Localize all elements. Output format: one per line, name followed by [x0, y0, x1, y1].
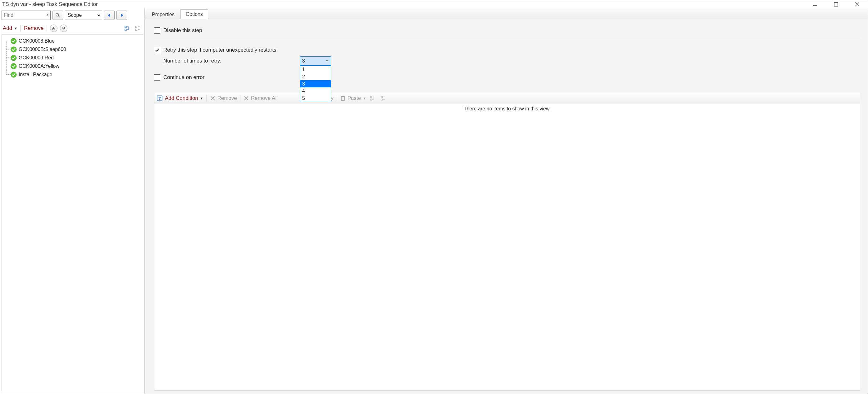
chevron-down-icon	[97, 13, 101, 17]
svg-rect-7	[125, 29, 126, 30]
remove-all-button[interactable]: Remove All	[244, 95, 278, 102]
divider	[154, 39, 860, 39]
options-pane: Disable this step Retry this step if com…	[145, 19, 868, 394]
tab-properties[interactable]: Properties	[147, 10, 180, 19]
close-button[interactable]	[851, 1, 863, 7]
svg-rect-28	[381, 98, 382, 100]
window-title: TS dyn var - sleep Task Sequence Editor	[2, 1, 809, 7]
separator	[207, 95, 207, 102]
retry-count-row: Number of times to retry: 3 1 2 3 4 5	[154, 55, 860, 66]
paste-icon	[340, 95, 346, 101]
clear-find-icon[interactable]: x	[46, 12, 49, 17]
minimize-button[interactable]	[809, 1, 820, 7]
tree-toolbar: Add ▼ Remove	[2, 21, 143, 33]
add-label: Add	[3, 25, 12, 31]
separator	[21, 25, 21, 32]
right-pane: Properties Options Disable this step Ret…	[145, 8, 868, 394]
paste-label: Paste	[347, 95, 361, 102]
retry-option[interactable]: 5	[300, 94, 331, 102]
remove-label: Remove	[24, 25, 43, 31]
svg-rect-24	[342, 96, 344, 97]
tree-item-label: GCK0000A:Yellow	[19, 63, 59, 69]
move-down-button[interactable]	[60, 25, 67, 32]
conditions-list[interactable]: There are no items to show in this view.	[154, 104, 860, 391]
remove-step-button[interactable]: Remove	[24, 25, 43, 31]
move-up-button[interactable]	[50, 25, 58, 32]
separator	[46, 25, 47, 32]
help-icon[interactable]: ?	[157, 95, 162, 101]
titlebar: TS dyn var - sleep Task Sequence Editor	[0, 0, 868, 8]
chevron-down-icon: ▼	[200, 96, 204, 100]
collapse-tree-icon[interactable]	[134, 24, 142, 32]
svg-rect-27	[381, 96, 382, 97]
add-condition-button[interactable]: Add Condition ▼	[165, 95, 204, 102]
find-input[interactable]	[2, 11, 50, 20]
retry-label: Retry this step if computer unexpectedly…	[163, 47, 276, 53]
retry-option[interactable]: 4	[300, 87, 331, 94]
chevron-down-icon	[325, 58, 329, 64]
retry-checkbox[interactable]	[154, 47, 160, 53]
remove-condition-button[interactable]: Remove	[210, 95, 237, 102]
continue-checkbox[interactable]	[154, 74, 160, 81]
paste-button[interactable]: Paste ▼	[340, 95, 366, 102]
tree-item-label: GCK00009:Red	[19, 55, 54, 61]
separator	[240, 95, 240, 102]
delete-icon	[210, 95, 216, 101]
maximize-button[interactable]	[830, 1, 842, 7]
scope-dropdown[interactable]: Scope	[65, 10, 102, 20]
step-tree[interactable]: GCK00008:Blue GCK0000B:Sleep600 GCK00009…	[2, 34, 143, 391]
collapse-conditions-icon[interactable]	[379, 94, 387, 102]
tree-item[interactable]: GCK00008:Blue	[2, 37, 142, 45]
add-condition-label: Add Condition	[165, 95, 198, 102]
delete-icon	[244, 95, 249, 101]
success-icon	[10, 38, 17, 44]
svg-line-5	[58, 16, 60, 18]
svg-rect-6	[125, 26, 126, 28]
add-step-button[interactable]: Add ▼	[3, 25, 18, 31]
tab-options[interactable]: Options	[180, 9, 208, 19]
svg-point-4	[56, 13, 59, 16]
retry-count-dropdown[interactable]: 3 1 2 3 4 5	[300, 56, 331, 66]
retry-count-value: 3	[302, 58, 305, 64]
task-sequence-editor-window: TS dyn var - sleep Task Sequence Editor …	[0, 0, 868, 394]
disable-step-label: Disable this step	[163, 27, 202, 34]
tree-item-label: GCK0000B:Sleep600	[19, 47, 66, 52]
success-icon	[10, 46, 17, 53]
svg-rect-8	[135, 26, 137, 28]
search-button[interactable]	[53, 10, 63, 20]
chevron-down-icon: ▼	[363, 96, 366, 100]
continue-label: Continue on error	[163, 74, 204, 81]
expand-conditions-icon[interactable]	[369, 94, 377, 102]
tree-item-label: Install Package	[19, 72, 53, 78]
separator	[337, 95, 337, 102]
retry-option[interactable]: 1	[300, 66, 331, 73]
tree-item[interactable]: GCK00009:Red	[2, 54, 142, 62]
svg-rect-26	[371, 98, 372, 100]
svg-rect-23	[341, 96, 344, 101]
tree-item[interactable]: Install Package	[2, 70, 142, 79]
tree-item[interactable]: GCK0000B:Sleep600	[2, 45, 142, 54]
svg-rect-25	[371, 96, 372, 97]
retry-option[interactable]: 3	[300, 80, 331, 87]
continue-row: Continue on error	[154, 72, 860, 83]
remove-all-label: Remove All	[251, 95, 278, 102]
next-result-button[interactable]	[117, 10, 127, 20]
conditions-toolbar: ? Add Condition ▼ Remove Remove All	[154, 92, 860, 104]
empty-conditions-label: There are no items to show in this view.	[464, 106, 551, 112]
prev-result-button[interactable]	[104, 10, 115, 20]
tree-item-label: GCK00008:Blue	[19, 38, 55, 44]
scope-label: Scope	[68, 12, 82, 18]
find-toolbar: x Scope	[2, 10, 143, 21]
success-icon	[10, 63, 17, 69]
retry-option[interactable]: 2	[300, 73, 331, 80]
success-icon	[10, 55, 17, 61]
svg-rect-9	[135, 29, 137, 30]
retry-row: Retry this step if computer unexpectedly…	[154, 45, 860, 55]
left-pane: x Scope Add ▼	[0, 8, 145, 394]
tree-item[interactable]: GCK0000A:Yellow	[2, 62, 142, 70]
expand-tree-icon[interactable]	[123, 24, 131, 32]
tab-bar: Properties Options	[145, 8, 868, 19]
disable-step-checkbox[interactable]	[154, 27, 160, 34]
svg-rect-1	[834, 2, 838, 6]
window-buttons	[809, 1, 863, 7]
